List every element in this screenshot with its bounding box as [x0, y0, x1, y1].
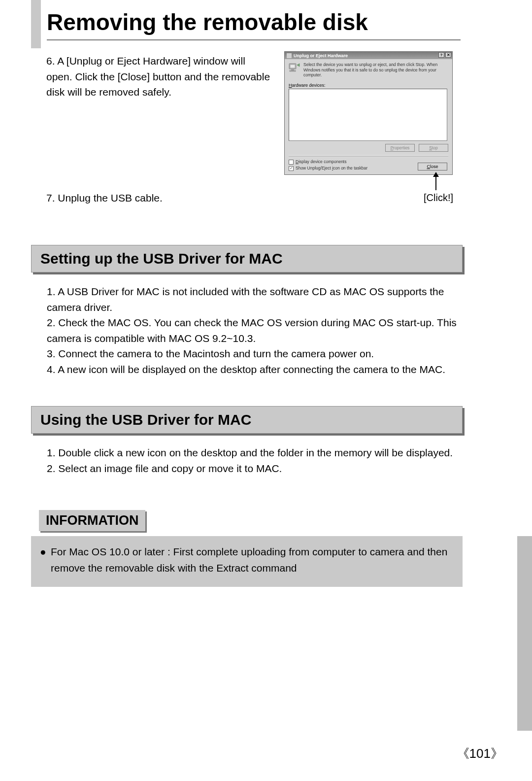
checkbox-checked-icon: ✓ [289, 166, 294, 171]
arrow-up-icon [435, 176, 436, 190]
bullet-icon: ● [40, 544, 51, 576]
unplug-eject-dialog: Unplug or Eject Hardware ? ✕ Select the … [284, 51, 453, 175]
dialog-instruction: Select the device you want to unplug or … [303, 62, 448, 78]
using-item-1: 1. Double click a new icon on the deskto… [47, 445, 468, 461]
setting-item-1: 1. A USB Driver for MAC is not included … [47, 284, 468, 315]
click-label: [Click!] [424, 192, 448, 204]
page-accent-left [31, 0, 41, 48]
dialog-titlebar: Unplug or Eject Hardware ? ✕ [285, 52, 452, 59]
info-line-2: remove the removable disk with the Extra… [51, 560, 447, 577]
pc-eject-icon [289, 62, 300, 73]
setting-item-2: 2. Check the MAC OS. You can check the M… [47, 315, 468, 346]
close-button[interactable]: Close [418, 163, 447, 170]
setting-item-4: 4. A new icon will be displayed on the d… [47, 362, 468, 377]
dialog-title: Unplug or Eject Hardware [294, 53, 348, 58]
hardware-devices-list[interactable] [289, 89, 447, 141]
properties-button[interactable]: Properties [385, 144, 415, 152]
page-number: 《101》 [457, 745, 503, 762]
section-body-using-usb: 1. Double click a new icon on the deskto… [47, 445, 468, 476]
information-box: ● For Mac OS 10.0 or later : First compl… [31, 536, 463, 587]
page-accent-right [517, 536, 532, 731]
click-arrow-annotation: [Click!] [424, 176, 448, 204]
step-7-text: 7. Unplug the USB cable. [46, 190, 258, 206]
dialog-title-icon [287, 53, 292, 58]
step-6-text: 6. A [Unplug or Eject Hardware] window w… [46, 53, 273, 100]
section-header-using-usb: Using the USB Driver for MAC [31, 406, 463, 434]
setting-item-3: 3. Connect the camera to the Macintosh a… [47, 346, 468, 362]
dialog-close-icon[interactable]: ✕ [445, 52, 451, 58]
section-header-setting-usb: Setting up the USB Driver for MAC [31, 245, 463, 272]
svg-rect-1 [290, 65, 295, 68]
information-header: INFORMATION [39, 510, 145, 531]
section-body-setting-usb: 1. A USB Driver for MAC is not included … [47, 284, 468, 377]
hardware-devices-label: Hardware devices: [289, 83, 448, 88]
svg-rect-3 [290, 70, 296, 71]
stop-button[interactable]: Stop [419, 144, 448, 152]
svg-rect-2 [291, 69, 294, 70]
dialog-help-icon[interactable]: ? [438, 52, 444, 58]
info-line-1: For Mac OS 10.0 or later : First complet… [51, 544, 447, 560]
page-title: Removing the removable disk [47, 9, 461, 40]
using-item-2: 2. Select an image file and copy or move… [47, 461, 468, 476]
checkbox-unchecked-icon [289, 160, 294, 165]
